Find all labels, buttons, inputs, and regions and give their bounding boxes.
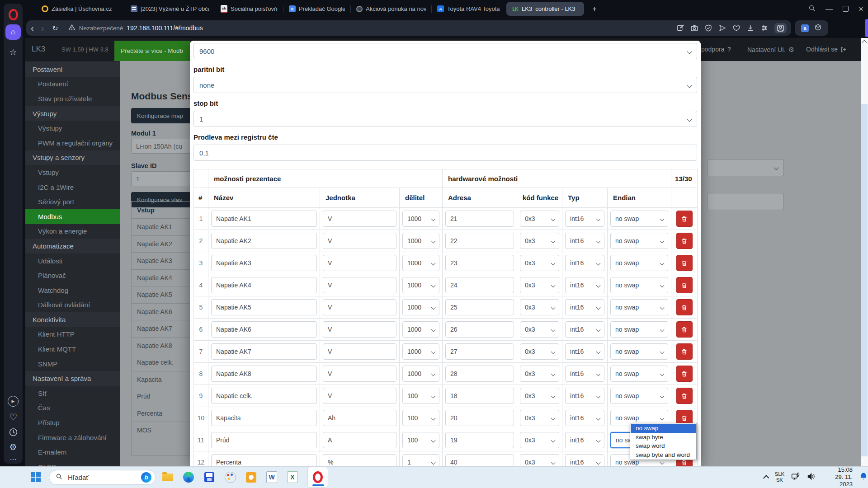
reload-button[interactable]: ↻ xyxy=(52,24,58,33)
paint-icon[interactable] xyxy=(224,471,236,483)
promo-banner-button[interactable]: Přečtěte si více - Modb xyxy=(114,41,190,61)
bookmarks-star-icon[interactable]: ☆ xyxy=(4,47,23,57)
sidebar-item-modbus[interactable]: Modbus xyxy=(25,209,120,224)
network-icon[interactable] xyxy=(791,472,800,483)
divider-select[interactable]: 1000 xyxy=(402,299,439,315)
sidebar-item-postaven-[interactable]: Postavení xyxy=(25,77,120,92)
heart-icon[interactable] xyxy=(732,24,741,32)
name-input[interactable]: Napatie AK2 xyxy=(211,233,317,249)
home-workspace-button[interactable]: ⌂ xyxy=(4,24,23,40)
type-select[interactable]: int16 xyxy=(565,343,604,360)
warning-icon[interactable] xyxy=(68,24,75,33)
send-icon[interactable] xyxy=(718,24,726,32)
logout-link[interactable]: Odhlásit se xyxy=(806,46,847,53)
sidebar-item-v-kon-a-energie[interactable]: Výkon a energie xyxy=(25,224,120,239)
type-select[interactable]: int16 xyxy=(565,277,604,293)
support-link[interactable]: podpora? xyxy=(701,46,731,53)
player-icon[interactable]: ▶ xyxy=(4,396,23,407)
type-select[interactable]: int16 xyxy=(565,454,604,466)
volume-icon[interactable] xyxy=(807,472,816,483)
translate-icon[interactable]: a xyxy=(801,24,809,32)
address-input[interactable]: 20 xyxy=(445,410,514,426)
pinboard-edge-tab[interactable] xyxy=(865,19,868,37)
divider-select[interactable]: 100 xyxy=(402,432,439,448)
forward-button[interactable]: › xyxy=(41,23,44,33)
type-select[interactable]: int16 xyxy=(565,366,604,382)
scrollbar-up-arrow[interactable] xyxy=(862,40,867,45)
endian-select[interactable]: no swap xyxy=(610,343,668,360)
endian-option-swap-word[interactable]: swap word xyxy=(631,441,696,450)
address-input[interactable]: 40 xyxy=(445,454,514,466)
sidebar-item-v-stupy[interactable]: Výstupy xyxy=(25,121,120,136)
address-field[interactable]: ‹ › ↻ Nezabezpečené 192.168.100.111/#/mo… xyxy=(26,20,791,36)
sidebar-item-e-mailem[interactable]: E-mailem xyxy=(25,445,120,460)
endian-select[interactable]: no swap xyxy=(610,211,668,227)
outlook-icon[interactable] xyxy=(245,471,257,483)
address-input[interactable]: 27 xyxy=(445,343,514,360)
unit-input[interactable]: Ah xyxy=(323,410,396,426)
unit-input[interactable]: V xyxy=(323,277,396,293)
function-code-select[interactable]: 0x3 xyxy=(520,277,559,293)
name-input[interactable]: Napatie AK8 xyxy=(211,366,317,382)
search-input[interactable] xyxy=(67,473,137,482)
address-input[interactable]: 23 xyxy=(445,255,514,271)
function-code-select[interactable]: 0x3 xyxy=(520,233,559,249)
taskbar-search[interactable]: b xyxy=(49,470,156,485)
maximize-button[interactable] xyxy=(843,6,849,12)
address-input[interactable]: 18 xyxy=(445,388,514,404)
tray-chevron-icon[interactable] xyxy=(763,475,769,481)
function-code-select[interactable]: 0x3 xyxy=(520,454,559,466)
minimize-button[interactable]: — xyxy=(826,5,833,13)
endian-select[interactable]: no swap xyxy=(610,388,668,404)
name-input[interactable]: Napatie AK4 xyxy=(211,277,317,293)
tab-search-icon[interactable] xyxy=(808,5,816,14)
type-select[interactable]: int16 xyxy=(565,388,604,404)
name-input[interactable]: Prúd xyxy=(211,432,317,448)
opera-menu-logo[interactable] xyxy=(4,9,23,20)
unit-input[interactable]: V xyxy=(323,255,396,271)
history-clock-icon[interactable] xyxy=(4,427,23,437)
opera-taskbar-icon-active[interactable] xyxy=(307,471,328,483)
type-select[interactable]: int16 xyxy=(565,432,604,448)
sidebar-item-ud-losti[interactable]: Události xyxy=(25,253,120,268)
type-select[interactable]: int16 xyxy=(565,233,604,249)
sidebar-item-d-lkov-ovl-d-n-[interactable]: Dálkové ovládání xyxy=(25,298,120,313)
delete-row-button[interactable] xyxy=(676,343,693,360)
sidebar-item-klient-mqtt[interactable]: Klient MQTT xyxy=(25,342,120,357)
divider-select[interactable]: 1000 xyxy=(402,321,439,338)
divider-select[interactable]: 1000 xyxy=(402,343,439,360)
endian-select[interactable]: no swap xyxy=(610,233,668,249)
parity-select[interactable]: none xyxy=(193,77,697,93)
endian-select[interactable]: no swap xyxy=(610,299,668,315)
snapshot-note-icon[interactable] xyxy=(676,24,684,32)
endian-option-swap-byte[interactable]: swap byte xyxy=(631,433,696,442)
name-input[interactable]: Kapacita xyxy=(211,410,317,426)
name-input[interactable]: Napatie AK3 xyxy=(211,255,317,271)
unit-input[interactable]: V xyxy=(323,321,396,338)
sidebar-item-p-stup[interactable]: Přístup xyxy=(25,415,120,430)
camera-icon[interactable] xyxy=(690,24,698,32)
delete-row-button[interactable] xyxy=(676,233,693,249)
scrollbar-thumb[interactable] xyxy=(861,104,868,456)
shield-icon[interactable] xyxy=(704,24,712,32)
notification-bell-icon[interactable] xyxy=(859,472,868,483)
unit-input[interactable]: A xyxy=(323,432,396,448)
name-input[interactable]: Napatie AK1 xyxy=(211,211,317,227)
start-button[interactable] xyxy=(31,472,41,482)
function-code-select[interactable]: 0x3 xyxy=(520,321,559,338)
address-input[interactable]: 26 xyxy=(445,321,514,338)
function-code-select[interactable]: 0x3 xyxy=(520,410,559,426)
divider-select[interactable]: 100 xyxy=(402,388,439,404)
divider-select[interactable]: 1000 xyxy=(402,255,439,271)
function-code-select[interactable]: 0x3 xyxy=(520,366,559,382)
sidebar-item-pwm-a-regula-n-org-ny[interactable]: PWM a regulační orgány xyxy=(25,136,120,150)
unit-input[interactable]: V xyxy=(323,211,396,227)
language-indicator[interactable]: SLKSK xyxy=(774,471,784,483)
delete-row-button[interactable] xyxy=(676,366,693,382)
sidebar-item-snmp[interactable]: SNMP xyxy=(25,357,120,371)
function-code-select[interactable]: 0x3 xyxy=(520,388,559,404)
delete-row-button[interactable] xyxy=(676,321,693,338)
function-code-select[interactable]: 0x3 xyxy=(520,299,559,315)
type-select[interactable]: int16 xyxy=(565,255,604,271)
divider-select[interactable]: 1000 xyxy=(402,366,439,382)
